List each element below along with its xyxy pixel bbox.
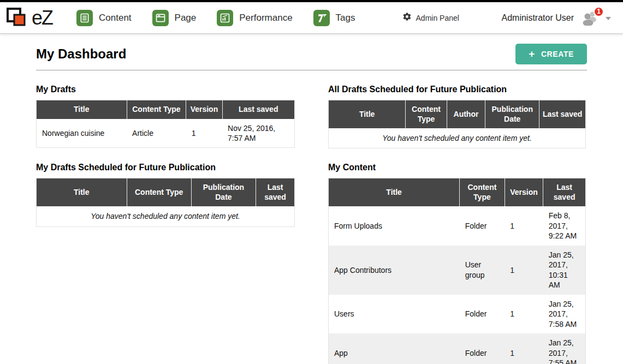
- cell-title: Norwegian cuisine: [37, 119, 127, 148]
- ez-logo[interactable]: eZ: [5, 5, 52, 31]
- ez-logo-text: eZ: [32, 8, 52, 28]
- column-header: Version: [186, 100, 222, 119]
- main-nav: Content Page Per: [76, 10, 355, 26]
- cell-content-type: User group: [460, 246, 505, 295]
- column-header: Last saved: [222, 100, 294, 119]
- dashboard-main: My Dashboard + CREATE My Drafts Title Co…: [0, 44, 623, 364]
- content-icon: [76, 10, 93, 26]
- nav-label-performance: Performance: [239, 13, 292, 23]
- panel-all-drafts-scheduled: All Drafts Scheduled for Future Publicat…: [328, 85, 586, 148]
- dashboard-grid: My Drafts Title Content Type Version Las…: [36, 85, 587, 364]
- column-header: Title: [37, 178, 127, 207]
- empty-state-row: You haven't scheduled any content item y…: [37, 206, 295, 226]
- nav-item-performance[interactable]: Performance: [217, 10, 292, 26]
- column-header: Content Type: [406, 100, 447, 129]
- cell-version: 1: [505, 246, 543, 295]
- cell-last-saved: Jan 25, 2017, 10:31 AM: [543, 246, 586, 295]
- avatar: 1: [580, 10, 599, 26]
- cell-title: App: [329, 333, 460, 364]
- cell-version: 1: [505, 295, 543, 333]
- create-button[interactable]: + CREATE: [515, 44, 587, 64]
- cell-version: 1: [505, 333, 543, 364]
- plus-icon: +: [529, 51, 535, 57]
- nav-item-page[interactable]: Page: [152, 10, 197, 26]
- column-header: Last saved: [543, 178, 586, 207]
- nav-label-tags: Tags: [336, 13, 355, 23]
- column-header: Publication Date: [191, 178, 256, 207]
- cell-last-saved: Jan 25, 2017, 7:55 AM: [543, 333, 586, 364]
- top-nav-bar: eZ Content Page: [0, 0, 623, 34]
- user-menu[interactable]: Administrator User 1: [502, 10, 611, 26]
- my-drafts-scheduled-table: Title Content Type Publication Date Last…: [36, 178, 295, 226]
- empty-state-message: You haven't scheduled any content item y…: [37, 206, 295, 226]
- cell-content-type: Folder: [460, 333, 505, 364]
- table-header-row: Title Content Type Author Publication Da…: [329, 100, 586, 129]
- table-row[interactable]: Users Folder 1 Jan 25, 2017, 7:58 AM: [329, 295, 586, 333]
- my-drafts-heading: My Drafts: [36, 85, 295, 94]
- column-header: Content Type: [127, 178, 191, 207]
- page-header: My Dashboard + CREATE: [36, 44, 587, 70]
- column-header: Content Type: [127, 100, 186, 119]
- empty-state-row: You haven't scheduled any content item y…: [329, 128, 586, 148]
- column-header: Title: [37, 100, 127, 119]
- cell-title: App Contributors: [329, 246, 460, 295]
- column-header: Title: [329, 178, 460, 207]
- my-content-heading: My Content: [328, 163, 586, 172]
- create-button-label: CREATE: [541, 50, 574, 58]
- cell-version: 1: [186, 119, 222, 148]
- table-row[interactable]: App Folder 1 Jan 25, 2017, 7:55 AM: [329, 333, 586, 364]
- table-header-row: Title Content Type Version Last saved: [329, 178, 586, 207]
- my-content-table: Title Content Type Version Last saved Fo…: [328, 178, 586, 364]
- all-drafts-scheduled-heading: All Drafts Scheduled for Future Publicat…: [328, 85, 586, 94]
- panel-my-content: My Content Title Content Type Version La…: [328, 163, 586, 364]
- column-header: Last saved: [256, 178, 295, 207]
- cell-last-saved: Jan 25, 2017, 7:58 AM: [543, 295, 586, 333]
- column-header: Author: [447, 100, 485, 129]
- my-drafts-scheduled-heading: My Drafts Scheduled for Future Publicati…: [36, 163, 295, 172]
- notification-badge[interactable]: 1: [594, 7, 604, 17]
- all-drafts-scheduled-table: Title Content Type Author Publication Da…: [328, 100, 586, 148]
- performance-chart-icon: [217, 10, 233, 26]
- cell-content-type: Article: [127, 119, 186, 148]
- user-name: Administrator User: [502, 13, 574, 23]
- nav-item-content[interactable]: Content: [76, 10, 132, 26]
- table-header-row: Title Content Type Version Last saved: [37, 100, 295, 119]
- table-row[interactable]: Form Uploads Folder 1 Feb 8, 2017, 9:22 …: [329, 206, 586, 245]
- gear-icon: [402, 12, 412, 23]
- nav-label-content: Content: [99, 13, 132, 23]
- my-drafts-table: Title Content Type Version Last saved No…: [36, 100, 295, 148]
- admin-panel-label: Admin Panel: [416, 14, 459, 22]
- column-header: Publication Date: [485, 100, 539, 129]
- panel-my-drafts-scheduled: My Drafts Scheduled for Future Publicati…: [36, 163, 295, 364]
- cell-content-type: Folder: [460, 295, 505, 333]
- column-header: Version: [505, 178, 543, 207]
- cell-content-type: Folder: [460, 206, 505, 245]
- cell-last-saved: Nov 25, 2016, 7:57 AM: [222, 119, 294, 148]
- nav-label-page: Page: [175, 13, 197, 23]
- table-row[interactable]: Norwegian cuisine Article 1 Nov 25, 2016…: [37, 119, 295, 148]
- chevron-down-icon: [606, 17, 611, 20]
- column-header: Title: [329, 100, 406, 129]
- column-header: Last saved: [539, 100, 586, 129]
- cell-last-saved: Feb 8, 2017, 9:22 AM: [543, 206, 586, 245]
- nav-item-tags[interactable]: Tags: [313, 10, 355, 26]
- cell-version: 1: [505, 206, 543, 245]
- cell-title: Form Uploads: [329, 206, 460, 245]
- page-title: My Dashboard: [36, 46, 126, 62]
- cell-title: Users: [329, 295, 460, 333]
- table-header-row: Title Content Type Publication Date Last…: [37, 178, 295, 207]
- table-row[interactable]: App Contributors User group 1 Jan 25, 20…: [329, 246, 586, 295]
- empty-state-message: You haven't scheduled any content item y…: [329, 128, 586, 148]
- page-icon: [152, 10, 169, 26]
- column-header: Content Type: [460, 178, 505, 207]
- ez-logo-icon: [5, 5, 31, 31]
- panel-my-drafts: My Drafts Title Content Type Version Las…: [36, 85, 295, 148]
- admin-panel-button[interactable]: Admin Panel: [402, 12, 459, 23]
- tags-icon: [313, 10, 330, 26]
